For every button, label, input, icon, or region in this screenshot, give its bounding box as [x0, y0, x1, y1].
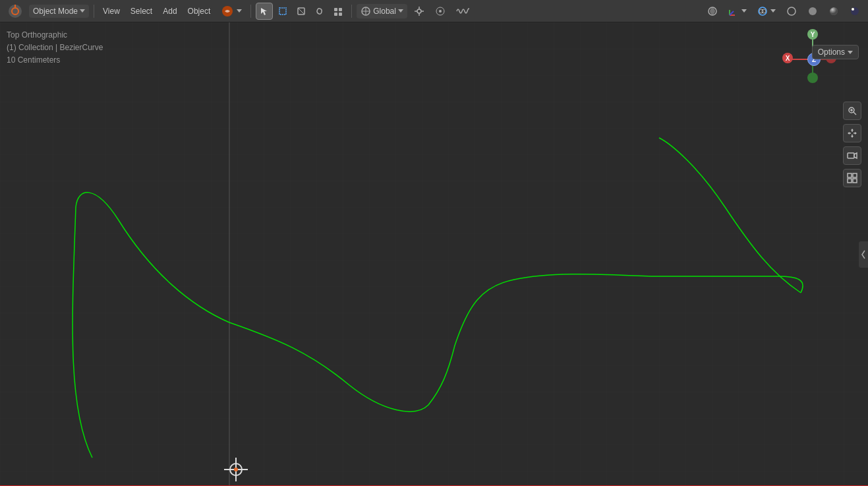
sculpt-chevron — [237, 9, 242, 13]
options-label: Options — [818, 47, 845, 57]
svg-point-30 — [809, 7, 817, 15]
grid-icon — [847, 173, 857, 183]
wireframe-icon — [786, 6, 797, 16]
gizmo-y-axis[interactable]: Y — [807, 29, 818, 40]
object-mode-dropdown[interactable]: Object Mode — [29, 5, 89, 18]
3d-cursor[interactable] — [229, 463, 243, 476]
svg-marker-50 — [854, 153, 857, 158]
zoom-tool-button[interactable] — [843, 102, 861, 120]
options-chevron — [848, 51, 853, 54]
viewport[interactable]: Top Orthographic (1) Collection | Bezier… — [0, 22, 868, 486]
gizmo-icon — [728, 6, 739, 16]
render-icon — [850, 6, 860, 16]
select-menu[interactable]: Select — [127, 5, 156, 18]
sculpt-icon-area[interactable] — [217, 3, 246, 20]
gizmo-chevron — [741, 9, 747, 13]
object-menu[interactable]: Object — [184, 5, 215, 18]
mode-dropdown-chevron — [80, 9, 85, 13]
svg-rect-54 — [853, 179, 857, 183]
sep2 — [250, 5, 251, 18]
extra-select-tool[interactable] — [330, 3, 347, 20]
add-menu[interactable]: Add — [159, 5, 181, 18]
svg-rect-9 — [339, 8, 342, 11]
right-tools — [843, 102, 861, 187]
pan-tool-button[interactable] — [843, 124, 861, 142]
svg-marker-47 — [848, 132, 850, 135]
svg-rect-8 — [334, 8, 337, 11]
blender-icon — [8, 4, 22, 18]
lasso-icon — [315, 7, 324, 16]
wave-icon — [456, 6, 469, 16]
svg-rect-49 — [848, 153, 854, 158]
svg-marker-4 — [261, 8, 267, 15]
material-shading[interactable] — [825, 4, 843, 18]
pan-icon — [847, 128, 857, 138]
object-mode-label: Object Mode — [33, 7, 78, 16]
crosshair-dot — [234, 468, 238, 471]
grid-background — [0, 22, 868, 486]
solid-icon — [807, 6, 818, 16]
circle-select-tool[interactable] — [293, 3, 310, 20]
svg-point-29 — [788, 7, 796, 15]
box-select-icon — [278, 7, 287, 16]
svg-rect-51 — [848, 173, 852, 177]
svg-line-42 — [854, 112, 856, 115]
overlay-chevron — [770, 9, 776, 13]
extra-select-icon — [333, 7, 343, 16]
proportional-icon — [435, 6, 446, 16]
svg-marker-48 — [855, 132, 857, 135]
grid-tool-button[interactable] — [843, 169, 861, 187]
circle-select-icon — [297, 7, 306, 16]
sep1 — [94, 5, 94, 18]
svg-rect-10 — [334, 13, 337, 16]
camera-icon — [847, 150, 857, 161]
wave-icon-area[interactable] — [452, 4, 473, 18]
view-menu[interactable]: View — [99, 5, 124, 18]
svg-point-26 — [759, 7, 767, 15]
svg-point-21 — [439, 10, 442, 13]
arrow-icon — [260, 7, 269, 16]
viewport-overlay-icon — [707, 6, 718, 16]
global-transform-dropdown[interactable]: Global — [357, 4, 407, 18]
material-icon — [828, 6, 839, 16]
svg-rect-11 — [339, 13, 342, 16]
svg-marker-46 — [851, 136, 854, 138]
select-tools-group — [256, 3, 347, 20]
transform-icon — [361, 6, 371, 16]
svg-point-28 — [762, 9, 766, 13]
gizmo-x-axis[interactable]: X — [782, 53, 793, 63]
gizmo-toggle[interactable] — [724, 4, 751, 18]
overlay-toggle[interactable] — [753, 4, 780, 18]
camera-tool-button[interactable] — [843, 146, 861, 165]
svg-marker-45 — [851, 129, 854, 131]
options-button[interactable]: Options — [812, 45, 859, 59]
svg-rect-5 — [279, 8, 286, 15]
svg-point-33 — [852, 8, 854, 11]
gizmo-y-neg-axis[interactable] — [807, 73, 818, 83]
zoom-icon — [847, 106, 857, 116]
lasso-select-tool[interactable] — [311, 3, 328, 20]
overlay-icon — [757, 6, 768, 16]
mode-icon-area — [4, 2, 26, 20]
svg-rect-34 — [0, 22, 868, 486]
solid-shading[interactable] — [803, 4, 822, 18]
global-chevron — [398, 9, 403, 13]
snap-icon — [414, 6, 424, 16]
global-label: Global — [373, 7, 396, 16]
box-select-tool[interactable] — [274, 3, 291, 20]
svg-rect-52 — [853, 173, 857, 177]
sculpt-icon — [221, 5, 234, 18]
svg-point-15 — [417, 9, 421, 13]
svg-rect-53 — [848, 179, 852, 183]
proportional-edit[interactable] — [431, 4, 449, 18]
sep3 — [351, 5, 352, 18]
viewport-shading-area[interactable] — [703, 4, 722, 18]
snap-controls[interactable] — [410, 4, 428, 18]
arrow-select-tool[interactable] — [256, 3, 273, 20]
render-shading[interactable] — [846, 4, 864, 18]
collapse-chevron-icon — [861, 250, 866, 259]
right-panel-collapse[interactable] — [859, 241, 868, 268]
top-toolbar: Object Mode View Select Add Object — [0, 0, 868, 22]
wireframe-shading[interactable] — [782, 4, 801, 18]
svg-line-7 — [298, 8, 304, 15]
